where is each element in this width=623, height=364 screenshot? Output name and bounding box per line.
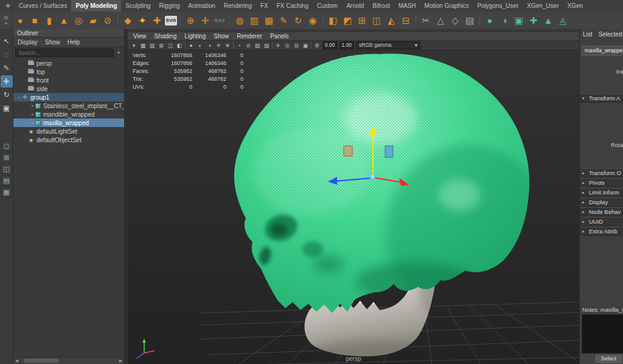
- shelf-switcher-bottom-icon[interactable]: ▾: [5, 21, 7, 26]
- collapsed-section-header[interactable]: ▸ Display: [580, 197, 623, 207]
- viewport-toolbar-icon[interactable]: [233, 42, 234, 49]
- attribute-editor-menu-item[interactable]: Selected: [599, 31, 622, 38]
- shelf-icon[interactable]: ⊘: [101, 14, 114, 27]
- outliner-item[interactable]: defaultObjectSet: [13, 136, 124, 144]
- shelf-icon[interactable]: [229, 15, 230, 27]
- shelf-icon[interactable]: ◑: [498, 14, 511, 27]
- menu-tab[interactable]: Custom: [313, 0, 342, 12]
- outliner-item[interactable]: + mandible_wrapped: [13, 110, 124, 118]
- scroll-right-icon[interactable]: ▶: [117, 359, 124, 363]
- collapsed-section-header[interactable]: ▸ Limit Inform: [580, 188, 623, 197]
- outliner-menu-item[interactable]: Show: [45, 39, 60, 46]
- layout-button[interactable]: ◫: [1, 164, 12, 174]
- shelf-icon[interactable]: [322, 15, 323, 27]
- viewport-menu-item[interactable]: Show: [214, 33, 229, 39]
- scroll-left-icon[interactable]: ◀: [13, 359, 20, 363]
- viewport-toolbar-icon[interactable]: [185, 42, 186, 49]
- shelf-icon[interactable]: ◫: [370, 14, 383, 27]
- gamma-field[interactable]: 1.00: [339, 41, 355, 49]
- collapsed-section-header[interactable]: ▸ Extra Attrib: [580, 227, 623, 236]
- shelf-icon[interactable]: ▤: [463, 14, 476, 27]
- shelf-switcher-top-icon[interactable]: ▤: [4, 15, 9, 20]
- tree-expander[interactable]: +: [29, 112, 35, 117]
- collapsed-section-header[interactable]: ▸ UUID: [580, 217, 623, 226]
- outliner-item[interactable]: persp: [13, 59, 124, 67]
- shelf-icon[interactable]: [416, 15, 416, 27]
- exposure-field[interactable]: 0.00: [322, 41, 338, 49]
- tool-button[interactable]: ✛: [1, 75, 13, 88]
- tool-button[interactable]: ▣: [1, 102, 13, 114]
- outliner-menu-item[interactable]: Help: [68, 39, 80, 46]
- menu-tab[interactable]: MASH: [394, 0, 420, 12]
- menu-tab[interactable]: Polygons_User: [473, 0, 523, 12]
- viewport-toolbar-icon[interactable]: ▤: [148, 43, 156, 49]
- shelf-icon[interactable]: ✎: [277, 14, 290, 27]
- menu-tab[interactable]: Bifrost: [368, 0, 394, 12]
- shelf-icon[interactable]: ▮: [43, 14, 56, 27]
- shelf-icon[interactable]: SVG: [165, 16, 177, 26]
- viewport-menu-item[interactable]: Lighting: [184, 33, 206, 39]
- shelf-icon[interactable]: 0,0,0: [213, 14, 226, 27]
- shelf-icon[interactable]: [117, 15, 118, 27]
- viewport-menu-item[interactable]: Renderer: [237, 33, 262, 39]
- colorspace-dropdown[interactable]: sRGB gamma ▾: [356, 41, 420, 49]
- viewport-toolbar-icon[interactable]: ⚙: [313, 43, 321, 49]
- viewport-toolbar-icon[interactable]: ⊟: [293, 43, 300, 49]
- outliner-search-input[interactable]: [15, 49, 114, 57]
- shelf-icon[interactable]: ▲: [541, 14, 555, 27]
- shelf-icon[interactable]: ■: [28, 14, 41, 27]
- menu-tab[interactable]: FX Caching: [273, 0, 313, 12]
- scene-3d[interactable]: [128, 50, 579, 364]
- shelf-icon[interactable]: ✂: [419, 14, 433, 27]
- shelf-icon[interactable]: ✦: [136, 14, 149, 27]
- viewport-menu-item[interactable]: Panels: [270, 33, 289, 39]
- outliner-item[interactable]: top: [13, 67, 124, 76]
- viewport-toolbar-icon[interactable]: ▣: [302, 43, 309, 49]
- shelf-icon[interactable]: ⊟: [399, 14, 412, 27]
- layout-button[interactable]: ⊞: [1, 153, 12, 162]
- tree-expander[interactable]: −: [16, 95, 22, 100]
- menu-tab[interactable]: FX: [256, 0, 273, 12]
- menu-tab[interactable]: XGen_User: [523, 0, 563, 12]
- tree-expander[interactable]: +: [29, 103, 35, 109]
- outliner-item[interactable]: side: [13, 84, 124, 93]
- attribute-editor-menu-item[interactable]: List: [583, 31, 593, 38]
- shelf-icon[interactable]: ◩: [341, 14, 354, 27]
- collapsed-section-header[interactable]: ▸ Transform O: [580, 168, 623, 177]
- menu-tab[interactable]: Animation: [184, 0, 219, 12]
- viewport-toolbar-icon[interactable]: ◫: [167, 43, 174, 49]
- layout-button[interactable]: ▤: [1, 176, 12, 185]
- shelf-icon[interactable]: ◆: [121, 14, 134, 27]
- viewport-toolbar-icon[interactable]: [272, 42, 273, 49]
- tool-button[interactable]: ↖: [1, 35, 13, 47]
- menu-tab[interactable]: Rigging: [155, 0, 184, 12]
- shelf-icon[interactable]: ✚: [527, 14, 540, 27]
- tool-button[interactable]: ◌: [1, 49, 13, 61]
- shelf-tab-switcher[interactable]: ▤ ▾: [0, 12, 13, 29]
- outliner-item[interactable]: front: [13, 76, 124, 84]
- layout-button[interactable]: ◻: [1, 141, 12, 151]
- outliner-item[interactable]: − group1: [13, 93, 124, 101]
- tool-button[interactable]: ✎: [1, 62, 13, 74]
- viewport-toolbar-icon[interactable]: ▦: [139, 43, 147, 49]
- tool-button[interactable]: ↻: [1, 89, 13, 101]
- shelf-icon[interactable]: ✛: [198, 14, 212, 27]
- menu-tab[interactable]: XGen: [563, 0, 587, 12]
- manipulator-plane-handle-orange[interactable]: [344, 146, 352, 156]
- attribute-editor-node-tab[interactable]: maxilla_wrapped: [582, 46, 623, 56]
- outliner-item[interactable]: defaultLightSet: [13, 127, 124, 136]
- menu-tab[interactable]: Poly Modeling: [71, 0, 121, 12]
- viewport-toolbar-icon[interactable]: ▧: [254, 43, 261, 49]
- viewport-toolbar-icon[interactable]: [311, 42, 312, 49]
- shelf-icon[interactable]: ●: [13, 14, 27, 27]
- shelf-icon[interactable]: [479, 15, 480, 27]
- menu-tab[interactable]: Curves / Surfaces: [15, 0, 71, 12]
- viewport-toolbar-icon[interactable]: ◐: [197, 43, 204, 49]
- shelf-icon[interactable]: ◎: [72, 14, 85, 27]
- menu-tab[interactable]: Sculpting: [121, 0, 155, 12]
- shelf-icon[interactable]: [180, 15, 181, 27]
- viewport-toolbar-icon[interactable]: ◔: [235, 43, 243, 49]
- shelf-icon[interactable]: ▦: [262, 14, 276, 27]
- shelf-icon[interactable]: ▥: [248, 14, 261, 27]
- viewport-menu-item[interactable]: View: [133, 33, 147, 39]
